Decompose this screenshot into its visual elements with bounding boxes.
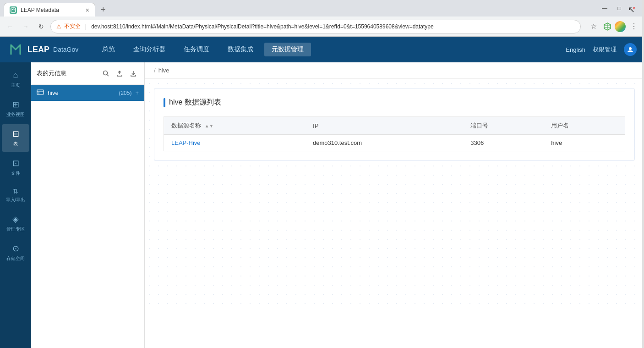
- svg-point-2: [629, 47, 632, 50]
- nav-item-task[interactable]: 任务调度: [176, 43, 217, 56]
- hive-tree-icon: [37, 88, 44, 97]
- sidebar-label-import: 导入/导出: [6, 197, 26, 203]
- app-container: LEAP DataGov 总览 查询分析器 任务调度 数据集成 元数据管理 En…: [0, 37, 644, 348]
- cell-port: 3306: [463, 135, 544, 151]
- header-right: English 权限管理: [566, 43, 637, 56]
- cell-ip: demo310.test.com: [306, 135, 463, 151]
- admin-zone-icon: ◈: [12, 214, 19, 224]
- svg-point-3: [104, 71, 108, 75]
- sidebar-item-import-export[interactable]: ⇅ 导入/导出: [2, 183, 29, 208]
- data-table: 数据源名称 ▲▼ IP 端口号 用户名: [164, 116, 625, 151]
- content-card: hive 数据源列表 数据源名称 ▲▼ IP 端口号: [154, 88, 635, 161]
- breadcrumb-separator: /: [154, 67, 156, 74]
- resize-handle[interactable]: [642, 62, 644, 348]
- col-header-name: 数据源名称 ▲▼: [164, 117, 306, 135]
- file-icon: ⊡: [12, 158, 19, 168]
- sidebar-item-storage[interactable]: ⊙ 存储空间: [2, 239, 29, 266]
- tab-close-button[interactable]: ×: [86, 6, 89, 14]
- user-avatar[interactable]: [624, 43, 637, 56]
- svg-rect-5: [37, 90, 44, 94]
- download-icon: [130, 70, 136, 77]
- main-nav: 总览 查询分析器 任务调度 数据集成 元数据管理: [95, 43, 311, 56]
- home-icon: ⌂: [13, 71, 18, 80]
- browser-action-buttons: ☆ ⋮: [587, 20, 640, 33]
- app-logo: LEAP DataGov: [7, 41, 78, 58]
- back-button[interactable]: ←: [4, 20, 16, 33]
- security-warning-text: 不安全: [64, 22, 81, 30]
- breadcrumb-hive: hive: [158, 67, 169, 74]
- nav-item-metadata[interactable]: 元数据管理: [264, 43, 311, 56]
- col-header-port: 端口号: [463, 117, 544, 135]
- cell-username: hive: [544, 135, 625, 151]
- hive-tree-item[interactable]: hive (205) +: [31, 85, 144, 101]
- sidebar-label-admin: 管理专区: [6, 226, 25, 232]
- new-tab-button[interactable]: +: [97, 3, 109, 17]
- storage-icon: ⊙: [12, 243, 19, 254]
- maximize-button[interactable]: □: [613, 2, 626, 15]
- menu-button[interactable]: ⋮: [628, 20, 640, 33]
- section-title-text: hive 数据源列表: [169, 98, 221, 107]
- app-subtitle: DataGov: [53, 46, 78, 53]
- sidebar-item-business-view[interactable]: ⊞ 业务视图: [2, 95, 29, 122]
- tree-panel: 表的元信息: [31, 62, 145, 348]
- sidebar-label-storage: 存储空间: [6, 255, 25, 262]
- forward-button[interactable]: →: [19, 20, 32, 33]
- table-icon: ⊟: [12, 129, 19, 139]
- tree-panel-actions: [100, 68, 139, 79]
- bookmark-button[interactable]: ☆: [587, 20, 600, 33]
- business-view-icon: ⊞: [12, 99, 19, 110]
- sidebar-label-home: 主页: [11, 82, 20, 88]
- nav-item-query[interactable]: 查询分析器: [126, 43, 173, 56]
- download-button[interactable]: [128, 68, 139, 79]
- section-title-bar: [164, 98, 165, 107]
- sidebar-label-table: 表: [13, 141, 18, 147]
- cell-name: LEAP-Hive: [164, 135, 306, 151]
- browser-tab-active[interactable]: LEAP Metadata ×: [4, 3, 95, 17]
- table-row: LEAP-Hive demo310.test.com 3306 hive: [164, 135, 625, 151]
- import-export-icon: ⇅: [13, 188, 18, 195]
- content-body-wrapper: hive 数据源列表 数据源名称 ▲▼ IP 端口号: [145, 79, 644, 308]
- col-name-label: 数据源名称: [171, 122, 201, 129]
- sidebar-item-home[interactable]: ⌂ 主页: [2, 66, 29, 93]
- hive-add-button[interactable]: +: [135, 89, 139, 96]
- table-body: LEAP-Hive demo310.test.com 3306 hive: [164, 135, 625, 151]
- sidebar-label-file: 文件: [11, 170, 20, 177]
- tab-title: LEAP Metadata: [21, 7, 59, 13]
- url-separator: |: [85, 23, 87, 30]
- close-button[interactable]: ×: [628, 2, 640, 15]
- col-header-ip: IP: [306, 117, 463, 135]
- app-title: LEAP: [27, 45, 49, 55]
- datasource-link[interactable]: LEAP-Hive: [171, 139, 201, 146]
- security-icon: ⚠: [56, 23, 61, 30]
- language-selector[interactable]: English: [566, 46, 585, 53]
- content-area: / hive hive 数据源列表: [145, 62, 644, 348]
- minimize-button[interactable]: —: [598, 2, 611, 15]
- main-layout: ⌂ 主页 ⊞ 业务视图 ⊟ 表 ⊡ 文件 ⇅ 导入/导出: [0, 62, 644, 348]
- search-button[interactable]: [100, 68, 111, 79]
- hive-label: hive: [48, 89, 115, 96]
- url-text: dev.host:8110/index.html#/Main/MetaData/…: [91, 23, 575, 30]
- sort-icon[interactable]: ▲▼: [205, 123, 214, 128]
- sidebar-label-business: 业务视图: [6, 111, 25, 118]
- sidebar-item-file[interactable]: ⊡ 文件: [2, 154, 29, 181]
- logo-svg: [7, 41, 24, 58]
- section-title: hive 数据源列表: [164, 98, 625, 107]
- nav-item-overview[interactable]: 总览: [95, 43, 122, 56]
- profile-avatar[interactable]: [615, 21, 626, 32]
- admin-button[interactable]: 权限管理: [593, 45, 617, 54]
- tree-panel-header: 表的元信息: [31, 62, 144, 85]
- upload-button[interactable]: [114, 68, 125, 79]
- col-header-username: 用户名: [544, 117, 625, 135]
- breadcrumb: / hive: [145, 62, 644, 79]
- svg-line-4: [107, 75, 109, 77]
- sidebar-item-table[interactable]: ⊟ 表: [2, 124, 29, 152]
- upload-icon: [116, 70, 123, 77]
- address-bar-row: ← → ↻ ⚠ 不安全 | dev.host:8110/index.html#/…: [0, 17, 644, 37]
- address-bar[interactable]: ⚠ 不安全 | dev.host:8110/index.html#/Main/M…: [50, 20, 581, 33]
- nav-item-data-integration[interactable]: 数据集成: [220, 43, 261, 56]
- app-header: LEAP DataGov 总览 查询分析器 任务调度 数据集成 元数据管理 En…: [0, 37, 644, 62]
- search-icon: [103, 70, 109, 77]
- table-header: 数据源名称 ▲▼ IP 端口号 用户名: [164, 117, 625, 135]
- reload-button[interactable]: ↻: [35, 20, 48, 33]
- sidebar-item-admin-zone[interactable]: ◈ 管理专区: [2, 210, 29, 237]
